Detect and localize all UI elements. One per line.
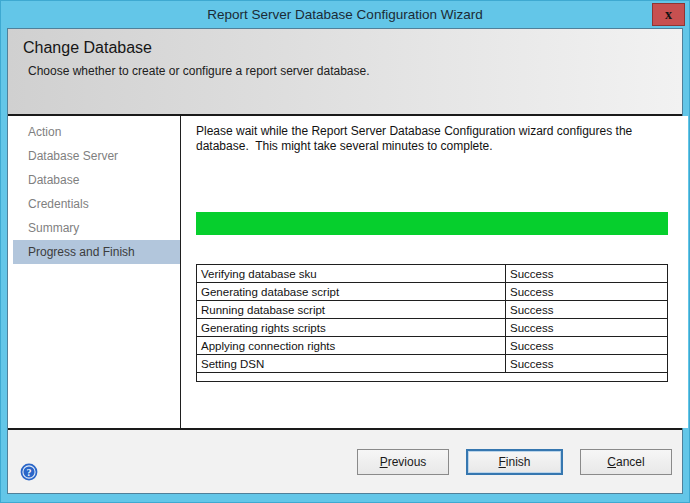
wizard-header: Change Database Choose whether to create… bbox=[8, 29, 682, 116]
progress-bar bbox=[196, 212, 668, 235]
table-row: Applying connection rights Success bbox=[197, 337, 668, 355]
window-title: Report Server Database Configuration Wiz… bbox=[207, 7, 482, 22]
task-name-cell: Generating database script bbox=[197, 283, 506, 301]
main-panel: Please wait while the Report Server Data… bbox=[181, 116, 688, 428]
table-row: Setting DSN Success bbox=[197, 355, 668, 373]
close-button[interactable]: x bbox=[652, 3, 685, 26]
titlebar: Report Server Database Configuration Wiz… bbox=[1, 1, 689, 28]
svg-text:?: ? bbox=[27, 467, 32, 478]
task-status-cell: Success bbox=[506, 319, 668, 337]
table-empty-row bbox=[197, 373, 668, 382]
close-icon: x bbox=[665, 7, 672, 23]
finish-button[interactable]: Finish bbox=[466, 449, 563, 475]
task-name-cell: Setting DSN bbox=[197, 355, 506, 373]
help-icon[interactable]: ? bbox=[20, 463, 38, 481]
table-row: Generating database script Success bbox=[197, 283, 668, 301]
task-status-cell: Success bbox=[506, 283, 668, 301]
task-status-cell: Success bbox=[506, 337, 668, 355]
task-status-cell: Success bbox=[506, 301, 668, 319]
table-row: Generating rights scripts Success bbox=[197, 319, 668, 337]
client-area: Change Database Choose whether to create… bbox=[7, 28, 683, 494]
table-row: Running database script Success bbox=[197, 301, 668, 319]
task-status-cell: Success bbox=[506, 355, 668, 373]
wizard-steps-sidebar: Action Database Server Database Credenti… bbox=[8, 116, 181, 428]
task-status-table: Verifying database sku Success Generatin… bbox=[196, 264, 668, 382]
sidebar-item-progress-and-finish[interactable]: Progress and Finish bbox=[13, 240, 180, 264]
sidebar-item-summary[interactable]: Summary bbox=[13, 216, 180, 240]
task-name-cell: Verifying database sku bbox=[197, 265, 506, 283]
cancel-button[interactable]: Cancel bbox=[580, 449, 672, 475]
previous-button[interactable]: Previous bbox=[357, 449, 449, 475]
task-status-cell: Success bbox=[506, 265, 668, 283]
page-title: Change Database bbox=[23, 39, 682, 57]
progress-bar-fill bbox=[196, 212, 668, 235]
sidebar-item-credentials[interactable]: Credentials bbox=[13, 192, 180, 216]
task-name-cell: Applying connection rights bbox=[197, 337, 506, 355]
task-name-cell: Running database script bbox=[197, 301, 506, 319]
table-row: Verifying database sku Success bbox=[197, 265, 668, 283]
sidebar-item-database-server[interactable]: Database Server bbox=[13, 144, 180, 168]
wait-message: Please wait while the Report Server Data… bbox=[196, 124, 674, 154]
sidebar-item-database[interactable]: Database bbox=[13, 168, 180, 192]
footer-bar: ? Previous Finish Cancel bbox=[8, 428, 682, 493]
task-name-cell: Generating rights scripts bbox=[197, 319, 506, 337]
empty-cell bbox=[197, 373, 668, 382]
wizard-window: Report Server Database Configuration Wiz… bbox=[0, 0, 690, 503]
page-subtitle: Choose whether to create or configure a … bbox=[28, 64, 682, 78]
sidebar-item-action[interactable]: Action bbox=[13, 120, 180, 144]
